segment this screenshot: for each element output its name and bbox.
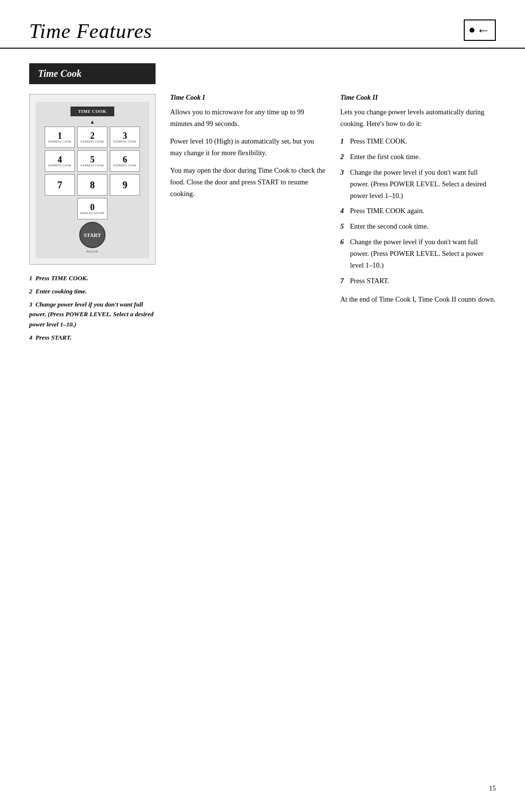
key-3[interactable]: 3 EXPRESS COOK xyxy=(110,126,140,148)
key-4[interactable]: 4 EXPRESS COOK xyxy=(45,150,75,172)
time-cook-1-section: Time Cook I Allows you to microwave for … xyxy=(170,94,326,311)
keypad-inner: TIME COOK ▲ 1 EXPRESS COOK 2 EXPRESS COO… xyxy=(35,102,149,258)
header-logo: ← xyxy=(464,19,496,41)
key-0[interactable]: 0 DISPLAY ON/OFF xyxy=(77,198,107,219)
main-content: Time Cook TIME COOK ▲ 1 EXPRESS COOK xyxy=(0,63,525,365)
tc1-para-2: Power level 10 (High) is automatically s… xyxy=(170,136,326,159)
key-9[interactable]: 9 xyxy=(110,174,140,196)
page-title: Time Features xyxy=(29,19,152,43)
keypad-row-zero: 0 DISPLAY ON/OFF xyxy=(40,198,144,219)
pause-label: PAUSE xyxy=(87,250,98,253)
time-cook-2-body: Lets you change power levels automatical… xyxy=(340,107,496,306)
key-5[interactable]: 5 EXPRESS COOK xyxy=(77,150,107,172)
key-1[interactable]: 1 EXPRESS COOK xyxy=(45,126,75,148)
key-2[interactable]: 2 EXPRESS COOK xyxy=(77,126,107,148)
left-panel: TIME COOK ▲ 1 EXPRESS COOK 2 EXPRESS COO… xyxy=(29,94,156,346)
left-step-3: 3 Change power level if you don't want f… xyxy=(29,300,156,330)
tc2-step-7: 7 Press START. xyxy=(340,275,496,287)
tc1-para-1: Allows you to microwave for any time up … xyxy=(170,107,326,130)
start-button[interactable]: START xyxy=(79,222,105,248)
logo-dot xyxy=(470,28,474,33)
time-cook-1-body: Allows you to microwave for any time up … xyxy=(170,107,326,199)
key-8[interactable]: 8 xyxy=(77,174,107,196)
right-panel: Time Cook I Allows you to microwave for … xyxy=(170,94,496,311)
tc2-footer: At the end of Time Cook I, Time Cook II … xyxy=(340,294,496,306)
left-step-1: 1 Press TIME COOK. xyxy=(29,273,156,284)
page-header: Time Features ← xyxy=(0,0,525,49)
tc2-step-2: 2 Enter the first cook time. xyxy=(340,151,496,163)
tc2-step-3: 3 Change the power level if you don't wa… xyxy=(340,167,496,202)
left-instructions: 1 Press TIME COOK. 2 Enter cooking time.… xyxy=(29,273,156,343)
time-cook-2-title: Time Cook II xyxy=(340,94,496,102)
tc2-step-5: 5 Enter the second cook time. xyxy=(340,221,496,233)
keypad-row-3: 7 8 9 xyxy=(40,174,144,196)
keypad-row-2: 4 EXPRESS COOK 5 EXPRESS COOK 6 EXPRESS … xyxy=(40,150,144,172)
tc2-intro: Lets you change power levels automatical… xyxy=(340,107,496,130)
tc2-step-1: 1 Press TIME COOK. xyxy=(340,136,496,147)
tc1-para-3: You may open the door during Time Cook t… xyxy=(170,165,326,200)
tc2-step-4: 4 Press TIME COOK again. xyxy=(340,205,496,217)
logo-letter: ← xyxy=(476,22,490,38)
start-area: START PAUSE xyxy=(40,222,144,253)
key-6[interactable]: 6 EXPRESS COOK xyxy=(110,150,140,172)
key-7[interactable]: 7 xyxy=(45,174,75,196)
keypad-row-1: 1 EXPRESS COOK 2 EXPRESS COOK 3 EXPRESS … xyxy=(40,126,144,148)
page-number: 15 xyxy=(489,785,496,793)
time-cook-button[interactable]: TIME COOK xyxy=(70,107,114,116)
left-step-4: 4 Press START. xyxy=(29,333,156,343)
tc2-step-6: 6 Change the power level if you don't wa… xyxy=(340,236,496,271)
keypad-box: TIME COOK ▲ 1 EXPRESS COOK 2 EXPRESS COO… xyxy=(29,94,156,265)
content-layout: TIME COOK ▲ 1 EXPRESS COOK 2 EXPRESS COO… xyxy=(29,94,496,346)
left-step-2: 2 Enter cooking time. xyxy=(29,287,156,297)
arrow-up-icon: ▲ xyxy=(40,119,144,125)
section-title: Time Cook xyxy=(29,63,156,84)
time-cook-1-title: Time Cook I xyxy=(170,94,326,102)
time-cook-2-section: Time Cook II Lets you change power level… xyxy=(340,94,496,311)
